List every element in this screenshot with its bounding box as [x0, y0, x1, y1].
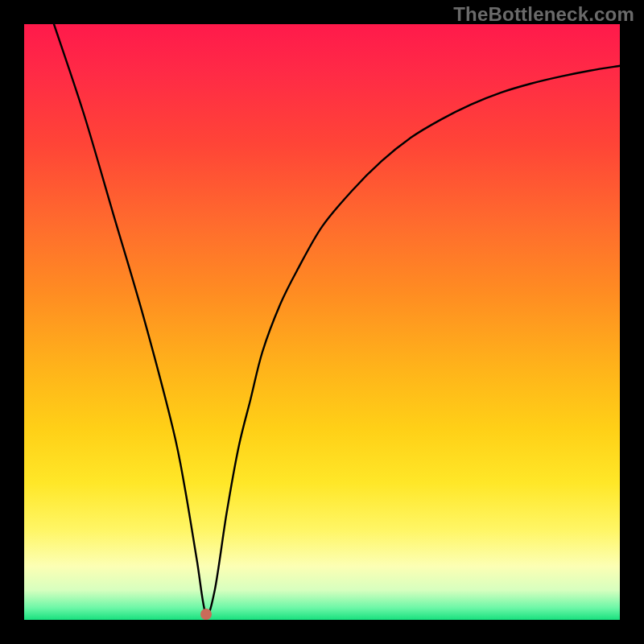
bottleneck-curve: [24, 24, 620, 620]
minimum-marker: [200, 609, 212, 620]
watermark-text: TheBottleneck.com: [453, 3, 634, 26]
chart-frame: TheBottleneck.com: [0, 0, 644, 644]
plot-area: [24, 24, 620, 620]
